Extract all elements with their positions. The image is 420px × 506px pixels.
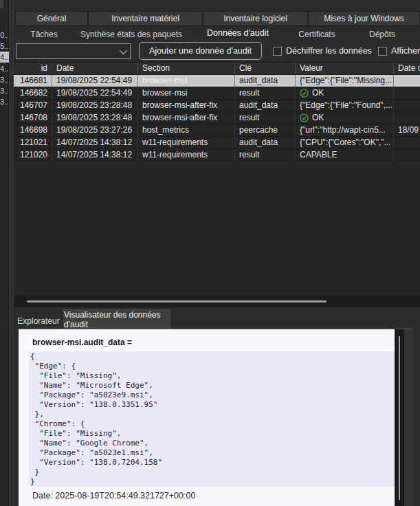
- vertical-scrollbar-thumb[interactable]: [399, 336, 400, 500]
- valeur-text: OK: [312, 112, 324, 124]
- left-cropped-column: 0.. 5.. 4.. 4.. 3.. 3.. 3..: [0, 30, 9, 107]
- cell-date-c: [394, 87, 420, 99]
- cell-cle: result: [235, 149, 296, 161]
- column-header-valeur[interactable]: Valeur: [296, 63, 394, 74]
- horizontal-scrollbar-thumb[interactable]: [27, 300, 327, 302]
- left-panel-corner: [0, 0, 3, 8]
- tab-explorateur[interactable]: Explorateur: [14, 313, 63, 329]
- chevron-down-icon: [120, 46, 127, 54]
- cell-date-c: [394, 149, 420, 161]
- horizontal-scrollbar[interactable]: [14, 295, 420, 307]
- valeur-text: OK: [312, 87, 324, 99]
- cell-date: 19/08/2025 23:28:48: [52, 112, 138, 124]
- cell-date-c: 18/09: [394, 124, 420, 136]
- tab-synthese-paquets[interactable]: Synthèse états des paquets: [73, 27, 190, 41]
- tab-bar-secondary: Tâches Synthèse états des paquets Donnée…: [15, 27, 420, 41]
- cell-date-c: [394, 75, 420, 87]
- list-item[interactable]: 3..: [0, 96, 9, 107]
- cell-section: browser-msi: [138, 87, 235, 99]
- table-row[interactable]: 121020 14/07/2025 14:38:12 w11-requireme…: [14, 149, 420, 162]
- tab-donnees-audit[interactable]: Données d'audit: [190, 27, 286, 41]
- ok-check-icon: [300, 113, 309, 122]
- tab-mises-a-jour-windows[interactable]: Mises à jour Windows: [308, 11, 420, 26]
- column-header-id[interactable]: id: [14, 63, 52, 74]
- json-value-block: { "Edge": { "File": "Missing", "Name": "…: [29, 351, 402, 487]
- ok-check-icon: [300, 89, 309, 98]
- checkbox-icon[interactable]: [378, 47, 387, 56]
- cell-valeur: OK: [296, 112, 394, 124]
- cell-section: browser-msi-after-fix: [138, 100, 235, 111]
- tab-inventaire-logiciel[interactable]: Inventaire logiciel: [203, 11, 308, 26]
- show-checkbox[interactable]: Afficher: [378, 45, 420, 56]
- viewer-title: browser-msi.audit_data =: [32, 338, 132, 347]
- tab-bar-primary: Général Inventaire matériel Inventaire l…: [15, 11, 420, 26]
- cell-date-c: [394, 112, 420, 124]
- list-item[interactable]: 3..: [0, 85, 9, 96]
- cell-date: 19/08/2025 23:27:26: [52, 124, 138, 136]
- cell-section: w11-requirements: [138, 149, 235, 161]
- list-item[interactable]: 5..: [0, 41, 9, 52]
- cell-id: 146698: [14, 124, 52, 136]
- decrypt-data-checkbox[interactable]: Déchiffrer les données: [273, 45, 372, 56]
- cell-cle: audit_data: [235, 100, 296, 111]
- cell-date-c: [394, 137, 420, 148]
- table-row[interactable]: 146681 19/08/2025 22:54:49 browser-msi a…: [14, 75, 420, 87]
- cell-cle: peercache: [235, 124, 296, 136]
- tab-general[interactable]: Général: [15, 11, 88, 26]
- table-row[interactable]: 146698 19/08/2025 23:27:26 host_metrics …: [14, 124, 420, 137]
- cell-id: 146682: [14, 87, 52, 99]
- cell-section: browser-msi: [138, 75, 235, 87]
- cell-id: 146707: [14, 100, 52, 111]
- cell-id: 121021: [14, 137, 52, 148]
- column-header-cle[interactable]: Clé: [235, 63, 296, 74]
- decrypt-checkbox-label: Déchiffrer les données: [286, 46, 372, 56]
- table-row[interactable]: 146708 19/08/2025 23:28:48 browser-msi-a…: [14, 112, 420, 124]
- tab-visualisateur-donnees-audit[interactable]: Visualisateur des données d'audit: [63, 309, 170, 329]
- list-item[interactable]: 4..: [0, 63, 9, 74]
- valeur-text: {"Edge":{"File":"Missing...: [300, 75, 392, 87]
- column-header-date[interactable]: Date: [52, 63, 138, 74]
- table-row[interactable]: 121021 14/07/2025 14:38:12 w11-requireme…: [14, 137, 420, 149]
- tab-certificats[interactable]: Certificats: [286, 27, 348, 41]
- table-row[interactable]: 146707 19/08/2025 23:28:48 browser-msi-a…: [14, 100, 420, 112]
- tab-depots[interactable]: Dépôts: [348, 27, 417, 41]
- valeur-text: CAPABLE: [300, 149, 337, 161]
- column-header-date-c[interactable]: Date c: [394, 63, 420, 74]
- cell-valeur: OK: [296, 87, 394, 99]
- cell-section: w11-requirements: [138, 137, 235, 148]
- list-item-selected[interactable]: 4..: [0, 52, 9, 63]
- viewer-date-line: Date: 2025-08-19T20:54:49.321727+00:00: [32, 491, 195, 500]
- tab-taches[interactable]: Tâches: [15, 27, 73, 41]
- valeur-text: {"url":"http://wapt-cin5...: [300, 124, 386, 136]
- table-row[interactable]: 146682 19/08/2025 22:54:49 browser-msi r…: [14, 87, 420, 100]
- vertical-scrollbar[interactable]: [395, 329, 404, 506]
- cell-id: 121020: [14, 149, 52, 161]
- cell-date-c: [394, 100, 420, 111]
- cell-valeur: {"Edge":{"File":"Found",...: [296, 100, 394, 111]
- cell-cle: audit_data: [235, 137, 296, 148]
- panel-right-gap: [404, 329, 413, 506]
- cell-section: browser-msi-after-fix: [138, 112, 235, 124]
- cell-date: 19/08/2025 23:28:48: [52, 100, 138, 111]
- cell-cle: result: [235, 87, 296, 99]
- audit-data-screen: 0.. 5.. 4.. 4.. 3.. 3.. 3.. Général Inve…: [0, 0, 420, 506]
- tab-inventaire-materiel[interactable]: Inventaire matériel: [88, 11, 203, 26]
- audit-filter-combobox[interactable]: [16, 43, 131, 59]
- cell-valeur: {"url":"http://wapt-cin5...: [296, 124, 394, 136]
- cell-id: 146708: [14, 112, 52, 124]
- table-header-row: id Date Section Clé Valeur Date c: [14, 63, 420, 75]
- cell-date: 14/07/2025 14:38:12: [52, 137, 138, 148]
- cell-valeur: CAPABLE: [296, 149, 394, 161]
- checkbox-icon[interactable]: [273, 47, 282, 56]
- column-header-section[interactable]: Section: [138, 63, 235, 74]
- left-cropped-panel: 0.. 5.. 4.. 4.. 3.. 3.. 3..: [0, 0, 9, 506]
- list-item[interactable]: 3..: [0, 74, 9, 85]
- cell-valeur: {"CPU":{"Cores":"OK","...: [296, 137, 394, 148]
- cell-date: 14/07/2025 14:38:12: [52, 149, 138, 161]
- cell-cle: audit_data: [235, 75, 296, 87]
- audit-data-table: id Date Section Clé Valeur Date c 146681…: [14, 62, 420, 295]
- cell-date: 19/08/2025 22:54:49: [52, 75, 138, 87]
- add-audit-data-button[interactable]: Ajouter une donnée d'audit: [139, 42, 262, 60]
- list-item[interactable]: 0..: [0, 30, 9, 41]
- cell-valeur: {"Edge":{"File":"Missing...: [296, 75, 394, 87]
